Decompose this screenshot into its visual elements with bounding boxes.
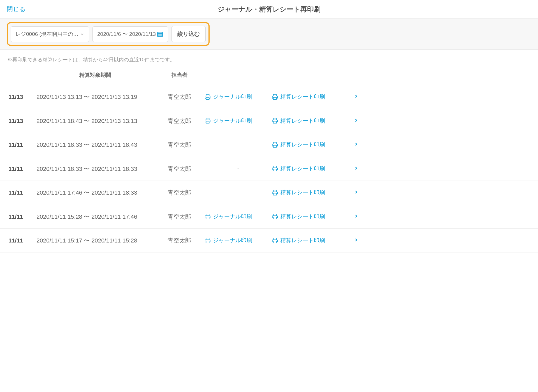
svg-rect-17 (206, 217, 209, 219)
receipt-print-label: 精算レシート印刷 (280, 141, 325, 148)
column-period: 精算対象期間 (36, 71, 154, 79)
svg-rect-18 (273, 217, 277, 219)
receipt-print-button[interactable]: 精算レシート印刷 (272, 141, 325, 148)
svg-point-8 (160, 35, 160, 36)
journal-print-label: ジャーナル印刷 (213, 117, 252, 125)
receipt-print-button[interactable]: 精算レシート印刷 (272, 237, 325, 244)
svg-rect-20 (273, 241, 277, 243)
journal-print-label: ジャーナル印刷 (213, 93, 252, 101)
svg-point-7 (159, 35, 159, 36)
svg-rect-11 (273, 97, 277, 99)
svg-point-4 (159, 34, 159, 35)
svg-rect-13 (273, 121, 277, 123)
printer-icon (272, 237, 278, 244)
receipt-print-label: 精算レシート印刷 (280, 189, 325, 196)
row-period: 2020/11/11 15:28 〜 2020/11/11 17:46 (36, 213, 154, 221)
row-period: 2020/11/11 18:33 〜 2020/11/11 18:43 (36, 141, 154, 149)
row-person: 青空太郎 (154, 237, 205, 244)
svg-point-9 (161, 35, 161, 36)
journal-print-button[interactable]: ジャーナル印刷 (205, 117, 252, 125)
row-person: 青空太郎 (154, 189, 205, 197)
receipt-print-label: 精算レシート印刷 (280, 213, 325, 220)
row-period: 2020/11/11 17:46 〜 2020/11/11 18:33 (36, 189, 154, 197)
chevron-right-icon[interactable] (354, 214, 359, 219)
chevron-right-icon[interactable] (354, 118, 359, 123)
page-title: ジャーナル・精算レシート再印刷 (218, 5, 321, 14)
header: 閉じる ジャーナル・精算レシート再印刷 (0, 0, 538, 18)
printer-icon (205, 237, 211, 244)
row-date: 11/11 (8, 189, 36, 196)
printer-icon (205, 213, 211, 220)
row-date: 11/11 (8, 141, 36, 148)
chevron-down-icon (80, 32, 84, 36)
svg-rect-16 (273, 193, 277, 195)
chevron-right-icon[interactable] (354, 190, 359, 195)
row-period: 2020/11/11 18:43 〜 2020/11/13 13:13 (36, 117, 154, 125)
table-header: 精算対象期間 担当者 (0, 68, 538, 85)
table-row: 11/13 2020/11/13 13:13 〜 2020/11/13 13:1… (0, 85, 538, 109)
chevron-right-icon[interactable] (354, 142, 359, 147)
journal-print-label: ジャーナル印刷 (213, 213, 252, 220)
receipt-print-button[interactable]: 精算レシート印刷 (272, 117, 325, 125)
table-row: 11/11 2020/11/11 18:33 〜 2020/11/11 18:4… (0, 133, 538, 157)
filter-highlight: レジ0006 (現在利用中の… 2020/11/6 〜 2020/11/13 絞… (7, 22, 210, 46)
row-date: 11/11 (8, 165, 36, 172)
column-person: 担当者 (154, 71, 205, 79)
row-date: 11/11 (8, 237, 36, 244)
filter-bar: レジ0006 (現在利用中の… 2020/11/6 〜 2020/11/13 絞… (0, 18, 538, 50)
printer-icon (272, 142, 278, 148)
receipt-print-button[interactable]: 精算レシート印刷 (272, 165, 325, 172)
printer-icon (272, 213, 278, 220)
row-date: 11/11 (8, 213, 36, 220)
journal-print-button[interactable]: ジャーナル印刷 (205, 93, 252, 101)
filter-apply-button[interactable]: 絞り込む (171, 26, 206, 42)
row-person: 青空太郎 (154, 93, 205, 101)
close-button[interactable]: 閉じる (7, 5, 26, 13)
printer-icon (205, 94, 211, 100)
table-row: 11/11 2020/11/11 15:28 〜 2020/11/11 17:4… (0, 205, 538, 229)
row-period: 2020/11/11 18:33 〜 2020/11/11 18:33 (36, 165, 154, 173)
svg-rect-12 (206, 121, 209, 123)
chevron-right-icon[interactable] (354, 237, 359, 242)
printer-icon (272, 118, 278, 124)
chevron-right-icon[interactable] (354, 94, 359, 99)
svg-rect-14 (273, 145, 277, 147)
receipt-print-label: 精算レシート印刷 (280, 165, 325, 172)
printer-icon (272, 190, 278, 196)
table-row: 11/11 2020/11/11 15:17 〜 2020/11/11 15:2… (0, 228, 538, 253)
journal-print-disabled: - (205, 190, 272, 196)
receipt-print-button[interactable]: 精算レシート印刷 (272, 93, 325, 101)
receipt-print-button[interactable]: 精算レシート印刷 (272, 213, 325, 220)
journal-print-button[interactable]: ジャーナル印刷 (205, 237, 252, 244)
journal-print-label: ジャーナル印刷 (213, 237, 252, 244)
table-row: 11/11 2020/11/11 18:33 〜 2020/11/11 18:3… (0, 157, 538, 181)
journal-print-button[interactable]: ジャーナル印刷 (205, 213, 252, 220)
row-person: 青空太郎 (154, 141, 205, 149)
calendar-icon (157, 31, 163, 38)
table-row: 11/11 2020/11/11 17:46 〜 2020/11/11 18:3… (0, 181, 538, 205)
row-person: 青空太郎 (154, 117, 205, 125)
row-period: 2020/11/13 13:13 〜 2020/11/13 13:19 (36, 93, 154, 101)
printer-icon (272, 94, 278, 100)
table-row: 11/13 2020/11/11 18:43 〜 2020/11/13 13:1… (0, 109, 538, 133)
date-range-label: 2020/11/6 〜 2020/11/13 (97, 31, 156, 38)
row-date: 11/13 (8, 94, 36, 100)
receipt-print-label: 精算レシート印刷 (280, 237, 325, 244)
svg-rect-10 (206, 97, 209, 99)
row-date: 11/13 (8, 118, 36, 124)
journal-print-disabled: - (205, 165, 272, 172)
svg-rect-15 (273, 169, 277, 171)
printer-icon (272, 165, 278, 172)
register-dropdown[interactable]: レジ0006 (現在利用中の… (11, 26, 89, 42)
svg-point-5 (160, 34, 160, 35)
receipt-print-button[interactable]: 精算レシート印刷 (272, 189, 325, 196)
row-period: 2020/11/11 15:17 〜 2020/11/11 15:28 (36, 237, 154, 244)
journal-print-disabled: - (205, 142, 272, 148)
info-note: ※再印刷できる精算レシートは、精算から42日以内の直近10件までです。 (0, 50, 538, 68)
receipt-table: 精算対象期間 担当者 11/13 2020/11/13 13:13 〜 2020… (0, 68, 538, 253)
printer-icon (205, 118, 211, 124)
date-range-field[interactable]: 2020/11/6 〜 2020/11/13 (92, 26, 168, 42)
chevron-right-icon[interactable] (354, 166, 359, 171)
receipt-print-label: 精算レシート印刷 (280, 93, 325, 101)
row-person: 青空太郎 (154, 165, 205, 173)
